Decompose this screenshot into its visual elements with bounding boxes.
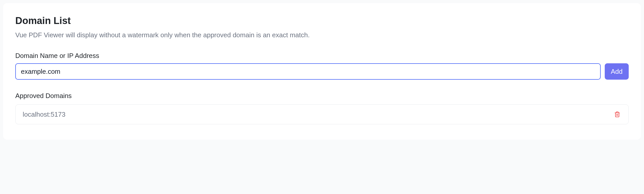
delete-button[interactable] bbox=[613, 110, 621, 118]
approved-domains-list: localhost:5173 bbox=[15, 104, 629, 124]
domain-text: localhost:5173 bbox=[23, 111, 66, 118]
domain-list-card: Domain List Vue PDF Viewer will display … bbox=[3, 3, 641, 140]
page-title: Domain List bbox=[15, 15, 629, 26]
domain-input[interactable] bbox=[15, 63, 601, 80]
domain-input-label: Domain Name or IP Address bbox=[15, 52, 629, 60]
domain-input-row: Add bbox=[15, 63, 629, 80]
approved-domains-label: Approved Domains bbox=[15, 92, 629, 100]
trash-icon bbox=[614, 111, 620, 117]
page-subtitle: Vue PDF Viewer will display without a wa… bbox=[15, 30, 629, 40]
add-button[interactable]: Add bbox=[605, 63, 629, 80]
list-item: localhost:5173 bbox=[15, 104, 629, 124]
